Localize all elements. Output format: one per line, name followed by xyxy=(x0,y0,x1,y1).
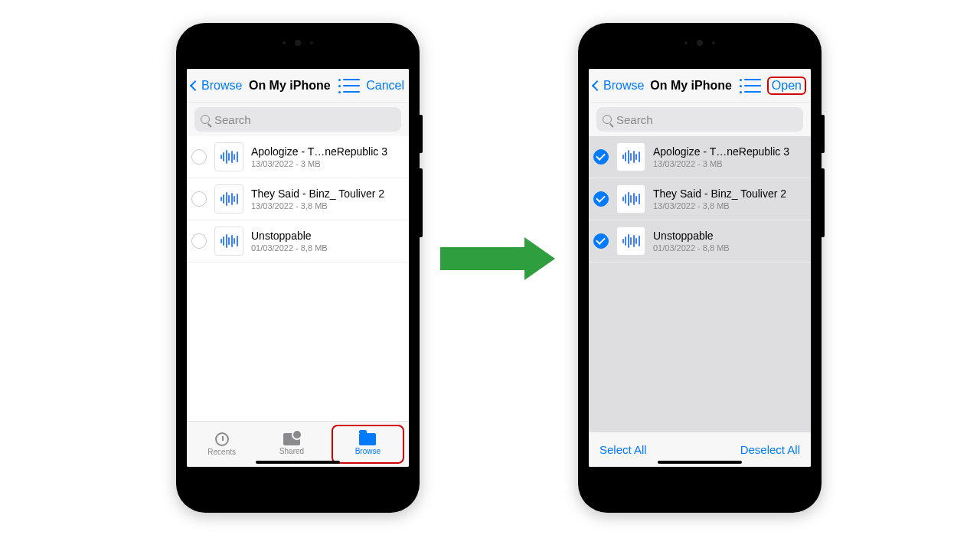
selection-bar: Select All Deselect All xyxy=(589,432,811,467)
file-meta: Apologize - T…neRepublic 3 13/03/2022 - … xyxy=(251,145,401,168)
shared-folder-icon xyxy=(283,433,300,445)
file-name: Apologize - T…neRepublic 3 xyxy=(251,145,401,158)
search-placeholder: Search xyxy=(214,113,251,126)
file-name: They Said - Binz_ Touliver 2 xyxy=(251,187,401,200)
folder-icon xyxy=(359,433,376,445)
tab-recents[interactable]: Recents xyxy=(187,422,256,467)
list-view-icon[interactable] xyxy=(744,79,761,93)
screen-left: Browse On My iPhone Cancel Search Apolog… xyxy=(187,69,409,467)
screen-right: Browse On My iPhone Open Search Apologiz… xyxy=(589,69,811,467)
audio-file-icon xyxy=(214,184,243,214)
back-label: Browse xyxy=(603,79,644,93)
clock-icon xyxy=(215,432,229,446)
file-sub: 01/03/2022 - 8,8 MB xyxy=(653,243,803,253)
cancel-button[interactable]: Cancel xyxy=(366,79,404,93)
audio-file-icon xyxy=(616,142,645,171)
back-label: Browse xyxy=(201,79,242,93)
file-row[interactable]: Unstoppable 01/03/2022 - 8,8 MB xyxy=(589,220,811,262)
phone-frame-right: Browse On My iPhone Open Search Apologiz… xyxy=(578,23,822,513)
tab-label: Browse xyxy=(355,447,381,455)
file-name: Apologize - T…neRepublic 3 xyxy=(653,145,803,158)
search-placeholder: Search xyxy=(616,113,653,126)
home-indicator xyxy=(256,461,340,464)
file-sub: 13/03/2022 - 3 MB xyxy=(653,159,803,168)
page-title: On My iPhone xyxy=(242,79,337,93)
search-icon xyxy=(201,115,210,124)
select-all-button[interactable]: Select All xyxy=(599,443,647,456)
tab-label: Shared xyxy=(279,447,304,455)
file-meta: Unstoppable 01/03/2022 - 8,8 MB xyxy=(653,230,803,253)
home-indicator xyxy=(658,461,742,464)
checkbox[interactable] xyxy=(191,149,207,165)
chevron-left-icon xyxy=(592,80,603,90)
chevron-left-icon xyxy=(190,80,201,90)
open-button[interactable]: Open xyxy=(767,77,806,95)
checkbox-checked[interactable] xyxy=(593,149,609,165)
back-button[interactable]: Browse xyxy=(593,79,644,93)
file-meta: Apologize - T…neRepublic 3 13/03/2022 - … xyxy=(653,145,803,168)
audio-file-icon xyxy=(214,142,243,171)
volume-button xyxy=(420,168,423,237)
search-input[interactable]: Search xyxy=(596,107,803,132)
file-sub: 13/03/2022 - 3,8 MB xyxy=(653,201,803,210)
nav-bar: Browse On My iPhone Open xyxy=(589,69,811,103)
file-name: Unstoppable xyxy=(251,230,401,242)
search-wrap: Search xyxy=(187,103,409,136)
checkbox-checked[interactable] xyxy=(593,233,609,249)
audio-file-icon xyxy=(214,227,243,256)
deselect-all-button[interactable]: Deselect All xyxy=(740,443,800,456)
audio-file-icon xyxy=(616,227,645,256)
page-title: On My iPhone xyxy=(644,79,738,93)
file-sub: 13/03/2022 - 3 MB xyxy=(251,159,401,168)
tab-browse[interactable]: Browse xyxy=(332,425,404,464)
arrow-right-icon xyxy=(440,237,563,280)
search-wrap: Search xyxy=(589,103,811,136)
file-name: Unstoppable xyxy=(653,230,803,242)
nav-bar: Browse On My iPhone Cancel xyxy=(187,69,409,103)
back-button[interactable]: Browse xyxy=(191,79,242,93)
file-list: Apologize - T…neRepublic 3 13/03/2022 - … xyxy=(589,136,811,432)
tab-bar: Recents Shared Browse xyxy=(187,421,409,467)
file-sub: 01/03/2022 - 8,8 MB xyxy=(251,243,401,253)
list-view-icon[interactable] xyxy=(343,79,360,93)
file-row[interactable]: They Said - Binz_ Touliver 2 13/03/2022 … xyxy=(187,178,409,220)
file-name: They Said - Binz_ Touliver 2 xyxy=(653,187,803,200)
checkbox[interactable] xyxy=(191,191,207,207)
file-meta: They Said - Binz_ Touliver 2 13/03/2022 … xyxy=(653,187,803,210)
file-sub: 13/03/2022 - 3,8 MB xyxy=(251,201,401,210)
file-row[interactable]: Apologize - T…neRepublic 3 13/03/2022 - … xyxy=(187,136,409,178)
power-button xyxy=(420,115,423,153)
file-list: Apologize - T…neRepublic 3 13/03/2022 - … xyxy=(187,136,409,421)
audio-file-icon xyxy=(616,184,645,214)
file-meta: They Said - Binz_ Touliver 2 13/03/2022 … xyxy=(251,187,401,210)
file-row[interactable]: They Said - Binz_ Touliver 2 13/03/2022 … xyxy=(589,178,811,220)
file-row[interactable]: Apologize - T…neRepublic 3 13/03/2022 - … xyxy=(589,136,811,178)
volume-button xyxy=(822,168,825,237)
search-input[interactable]: Search xyxy=(194,107,401,132)
file-meta: Unstoppable 01/03/2022 - 8,8 MB xyxy=(251,230,401,253)
search-icon xyxy=(603,115,612,124)
checkbox[interactable] xyxy=(191,233,207,249)
file-row[interactable]: Unstoppable 01/03/2022 - 8,8 MB xyxy=(187,220,409,262)
tab-label: Recents xyxy=(207,448,236,456)
phone-frame-left: Browse On My iPhone Cancel Search Apolog… xyxy=(176,23,420,513)
power-button xyxy=(822,115,825,153)
checkbox-checked[interactable] xyxy=(593,191,609,207)
